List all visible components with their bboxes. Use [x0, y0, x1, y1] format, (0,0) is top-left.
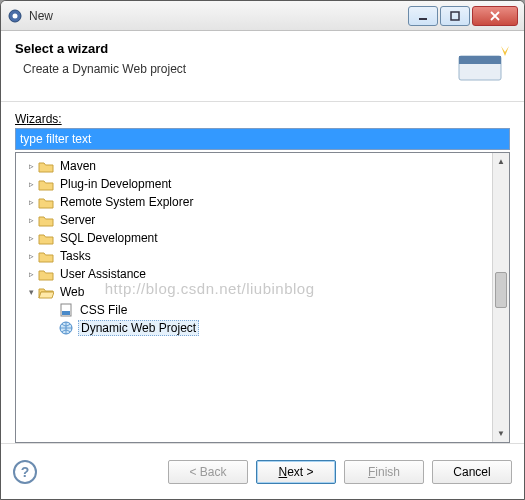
wizard-tree[interactable]: ▹Maven▹Plug-in Development▹Remote System…: [16, 153, 492, 442]
back-button[interactable]: < Back: [168, 460, 248, 484]
window-controls: [408, 6, 518, 26]
wizard-header: Select a wizard Create a Dynamic Web pro…: [1, 31, 524, 102]
tree-item[interactable]: ▹Plug-in Development: [16, 175, 492, 193]
tree-item-label: Maven: [58, 159, 98, 173]
folder-icon: [38, 249, 54, 263]
expand-arrow-icon[interactable]: ▹: [24, 179, 38, 189]
tree-item[interactable]: ▾Web: [16, 283, 492, 301]
help-button[interactable]: ?: [13, 460, 37, 484]
header-description: Create a Dynamic Web project: [23, 62, 454, 76]
folder-icon: [38, 213, 54, 227]
expand-arrow-icon[interactable]: ▹: [24, 269, 38, 279]
cancel-button[interactable]: Cancel: [432, 460, 512, 484]
button-bar: ? < Back Next > Finish Cancel: [1, 443, 524, 499]
svg-rect-2: [419, 18, 427, 20]
expand-arrow-icon[interactable]: ▹: [24, 161, 38, 171]
tree-item[interactable]: Dynamic Web Project: [16, 319, 492, 337]
tree-item-label: Dynamic Web Project: [78, 320, 199, 336]
window-title: New: [29, 9, 408, 23]
wizards-label: Wizards:: [15, 112, 510, 126]
minimize-button[interactable]: [408, 6, 438, 26]
scroll-track[interactable]: [493, 170, 509, 425]
collapse-arrow-icon[interactable]: ▾: [24, 287, 38, 297]
tree-item[interactable]: CSS File: [16, 301, 492, 319]
scroll-down-button[interactable]: ▼: [493, 425, 509, 442]
tree-item[interactable]: ▹Tasks: [16, 247, 492, 265]
tree-item-label: Remote System Explorer: [58, 195, 195, 209]
tree-item-label: Server: [58, 213, 97, 227]
header-title: Select a wizard: [15, 41, 454, 56]
tree-container: ▹Maven▹Plug-in Development▹Remote System…: [15, 152, 510, 443]
scroll-up-button[interactable]: ▲: [493, 153, 509, 170]
tree-item[interactable]: ▹Remote System Explorer: [16, 193, 492, 211]
tree-item-label: CSS File: [78, 303, 129, 317]
css-file-icon: [58, 303, 74, 317]
folder-icon: [38, 159, 54, 173]
web-project-icon: [58, 321, 74, 335]
svg-marker-6: [501, 46, 509, 56]
tree-item[interactable]: ▹Maven: [16, 157, 492, 175]
svg-rect-5: [459, 56, 501, 64]
folder-icon: [38, 195, 54, 209]
tree-item-label: Plug-in Development: [58, 177, 173, 191]
svg-point-1: [13, 13, 18, 18]
expand-arrow-icon[interactable]: ▹: [24, 251, 38, 261]
maximize-button[interactable]: [440, 6, 470, 26]
wizard-banner-icon: [454, 41, 510, 87]
tree-item-label: User Assistance: [58, 267, 148, 281]
close-button[interactable]: [472, 6, 518, 26]
scroll-thumb[interactable]: [495, 272, 507, 308]
tree-item[interactable]: ▹User Assistance: [16, 265, 492, 283]
expand-arrow-icon[interactable]: ▹: [24, 233, 38, 243]
tree-item[interactable]: ▹Server: [16, 211, 492, 229]
next-button[interactable]: Next >: [256, 460, 336, 484]
tree-item-label: Tasks: [58, 249, 93, 263]
titlebar[interactable]: New: [1, 1, 524, 31]
folder-icon: [38, 177, 54, 191]
folder-open-icon: [38, 285, 54, 299]
svg-rect-8: [62, 311, 70, 315]
app-icon: [7, 8, 23, 24]
tree-item[interactable]: ▹SQL Development: [16, 229, 492, 247]
content-area: Wizards: ▹Maven▹Plug-in Development▹Remo…: [1, 102, 524, 443]
tree-item-label: Web: [58, 285, 86, 299]
header-text: Select a wizard Create a Dynamic Web pro…: [15, 41, 454, 87]
svg-rect-3: [451, 12, 459, 20]
filter-input[interactable]: [15, 128, 510, 150]
folder-icon: [38, 231, 54, 245]
expand-arrow-icon[interactable]: ▹: [24, 215, 38, 225]
expand-arrow-icon[interactable]: ▹: [24, 197, 38, 207]
finish-button[interactable]: Finish: [344, 460, 424, 484]
dialog-window: New Select a wizard Create a Dynamic Web…: [0, 0, 525, 500]
tree-item-label: SQL Development: [58, 231, 160, 245]
folder-icon: [38, 267, 54, 281]
vertical-scrollbar[interactable]: ▲ ▼: [492, 153, 509, 442]
